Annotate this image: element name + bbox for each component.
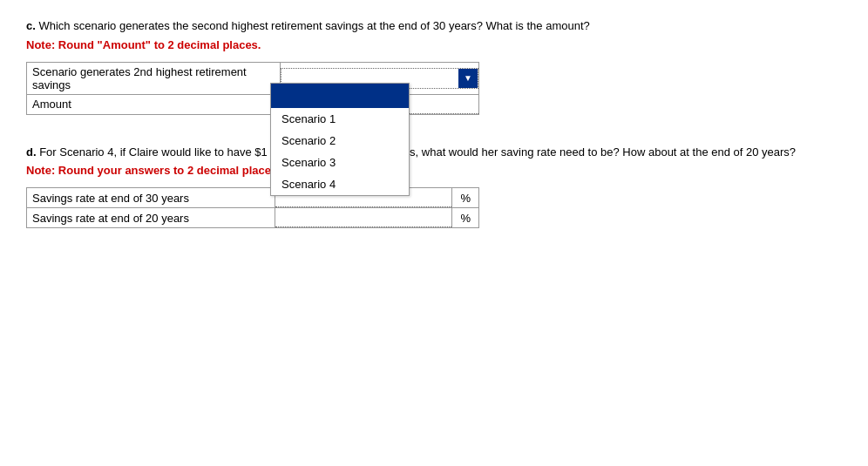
dropdown-item-scenario2[interactable]: Scenario 2	[271, 130, 409, 152]
table-row: Amount	[27, 94, 479, 114]
question-c-letter: c.	[26, 19, 36, 32]
question-c-table-container: Scenario generates 2nd highest retiremen…	[26, 62, 479, 115]
question-d: d. For Scenario 4, if Claire would like …	[26, 144, 842, 229]
dropdown-menu: Scenario 1 Scenario 2 Scenario 3 Scenari…	[270, 83, 410, 196]
savings-rate-20-input[interactable]	[275, 208, 452, 227]
table-row: Savings rate at end of 20 years %	[27, 208, 479, 228]
dropdown-item-scenario1[interactable]: Scenario 1	[271, 108, 409, 130]
question-c-table: Scenario generates 2nd highest retiremen…	[26, 62, 479, 115]
table-row: Savings rate at end of 30 years %	[27, 188, 479, 208]
question-d-table: Savings rate at end of 30 years % Saving…	[26, 187, 479, 228]
question-c-note: Note: Round "Amount" to 2 decimal places…	[26, 38, 842, 51]
savings-30-label: Savings rate at end of 30 years	[27, 188, 275, 208]
dropdown-item-scenario3[interactable]: Scenario 3	[271, 152, 409, 173]
dropdown-header	[271, 84, 409, 108]
row2-label: Amount	[27, 94, 281, 114]
question-c-text: Which scenario generates the second high…	[36, 19, 590, 32]
dropdown-item-scenario4[interactable]: Scenario 4	[271, 173, 409, 195]
question-c-label: c. Which scenario generates the second h…	[26, 17, 842, 35]
row1-label: Scenario generates 2nd highest retiremen…	[27, 62, 281, 94]
savings-30-unit: %	[452, 188, 479, 208]
question-d-letter: d.	[26, 145, 37, 159]
question-d-text: For Scenario 4, if Claire would like to …	[37, 145, 797, 159]
savings-20-input-cell[interactable]	[275, 208, 452, 228]
savings-20-label: Savings rate at end of 20 years	[27, 208, 275, 228]
dropdown-arrow-icon[interactable]: ▼	[458, 69, 478, 88]
question-d-label: d. For Scenario 4, if Claire would like …	[26, 144, 842, 161]
table-row: Scenario generates 2nd highest retiremen…	[27, 62, 479, 94]
question-d-note: Note: Round your answers to 2 decimal pl…	[26, 164, 842, 177]
savings-20-unit: %	[452, 208, 479, 228]
question-c: c. Which scenario generates the second h…	[26, 17, 842, 118]
